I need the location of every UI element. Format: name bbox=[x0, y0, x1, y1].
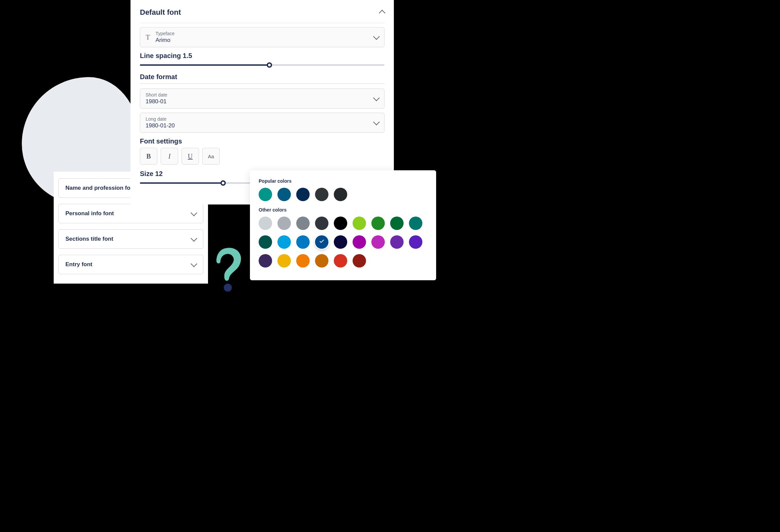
line-spacing-slider[interactable] bbox=[140, 64, 385, 66]
color-swatch[interactable] bbox=[259, 217, 272, 230]
underline-button[interactable]: U bbox=[182, 148, 199, 165]
size-slider[interactable] bbox=[140, 182, 251, 184]
color-swatch[interactable] bbox=[296, 188, 310, 201]
accordion-item-label: Entry font bbox=[65, 261, 92, 268]
color-swatch[interactable] bbox=[296, 254, 310, 267]
chevron-down-icon bbox=[373, 95, 380, 101]
decorative-question-mark bbox=[213, 245, 245, 293]
color-swatch[interactable] bbox=[315, 235, 329, 249]
long-date-select[interactable]: Long date 1980-01-20 bbox=[140, 113, 385, 133]
accordion-entry-font[interactable]: Entry font bbox=[58, 255, 203, 274]
slider-fill bbox=[140, 64, 270, 66]
check-icon bbox=[319, 239, 325, 246]
long-date-label: Long date bbox=[146, 116, 175, 122]
color-swatch[interactable] bbox=[259, 254, 272, 267]
size-value: 12 bbox=[155, 170, 163, 177]
divider bbox=[140, 84, 385, 84]
typeface-select[interactable]: T Typeface Arimo bbox=[140, 27, 385, 47]
color-swatch[interactable] bbox=[278, 235, 291, 249]
color-swatch[interactable] bbox=[372, 235, 385, 249]
size-label-text: Size bbox=[140, 170, 153, 177]
italic-button[interactable]: I bbox=[161, 148, 178, 165]
color-swatch[interactable] bbox=[259, 188, 272, 201]
color-swatch[interactable] bbox=[278, 254, 291, 267]
slider-thumb[interactable] bbox=[267, 62, 272, 68]
short-date-value: 1980-01 bbox=[146, 98, 167, 105]
color-swatch[interactable] bbox=[296, 235, 310, 249]
case-button[interactable]: Aa bbox=[202, 148, 220, 165]
typeface-icon: T bbox=[146, 33, 150, 42]
typeface-value: Arimo bbox=[155, 37, 175, 44]
svg-point-0 bbox=[224, 283, 232, 291]
color-swatch[interactable] bbox=[278, 188, 291, 201]
accordion-item-label: Personal info font bbox=[65, 210, 114, 217]
chevron-down-icon bbox=[191, 235, 197, 242]
line-spacing-label: Line spacing 1.5 bbox=[140, 52, 385, 60]
divider bbox=[140, 23, 385, 23]
color-picker-panel: Popular colors Other colors bbox=[250, 170, 436, 280]
accordion-item-label: Name and profession font bbox=[65, 185, 136, 192]
chevron-down-icon bbox=[373, 119, 380, 125]
accordion-personal-info[interactable]: Personal info font bbox=[58, 204, 203, 223]
color-swatch[interactable] bbox=[409, 217, 422, 230]
color-swatch[interactable] bbox=[353, 217, 366, 230]
short-date-label: Short date bbox=[146, 92, 167, 98]
color-swatch[interactable] bbox=[334, 235, 347, 249]
font-settings-title: Font settings bbox=[140, 138, 385, 145]
chevron-up-icon[interactable] bbox=[379, 10, 386, 16]
color-swatch[interactable] bbox=[278, 217, 291, 230]
popular-colors-title: Popular colors bbox=[259, 178, 427, 184]
color-swatch[interactable] bbox=[409, 235, 422, 249]
chevron-down-icon bbox=[191, 210, 197, 216]
long-date-value: 1980-01-20 bbox=[146, 122, 175, 129]
date-format-title: Date format bbox=[140, 73, 385, 81]
accordion-sections-title[interactable]: Sections title font bbox=[58, 229, 203, 249]
color-swatch[interactable] bbox=[390, 235, 403, 249]
short-date-select[interactable]: Short date 1980-01 bbox=[140, 89, 385, 109]
chevron-down-icon bbox=[191, 261, 197, 267]
slider-fill bbox=[140, 182, 223, 184]
chevron-down-icon bbox=[373, 33, 380, 40]
color-swatch[interactable] bbox=[390, 217, 403, 230]
color-swatch[interactable] bbox=[353, 254, 366, 267]
color-swatch[interactable] bbox=[315, 254, 329, 267]
color-swatch[interactable] bbox=[296, 217, 310, 230]
color-swatch[interactable] bbox=[334, 217, 347, 230]
line-spacing-value: 1.5 bbox=[183, 52, 192, 59]
color-swatch[interactable] bbox=[315, 188, 329, 201]
typeface-label: Typeface bbox=[155, 31, 175, 36]
line-spacing-label-text: Line spacing bbox=[140, 52, 181, 59]
color-swatch[interactable] bbox=[334, 188, 347, 201]
other-colors-title: Other colors bbox=[259, 207, 427, 213]
color-swatch[interactable] bbox=[334, 254, 347, 267]
color-swatch[interactable] bbox=[372, 217, 385, 230]
default-font-title: Default font bbox=[140, 8, 181, 17]
other-colors-row bbox=[259, 217, 427, 267]
popular-colors-row bbox=[259, 188, 427, 201]
color-swatch[interactable] bbox=[259, 235, 272, 249]
accordion-item-label: Sections title font bbox=[65, 236, 113, 243]
color-swatch[interactable] bbox=[315, 217, 329, 230]
color-swatch[interactable] bbox=[353, 235, 366, 249]
bold-button[interactable]: B bbox=[140, 148, 157, 165]
slider-thumb[interactable] bbox=[221, 180, 226, 186]
